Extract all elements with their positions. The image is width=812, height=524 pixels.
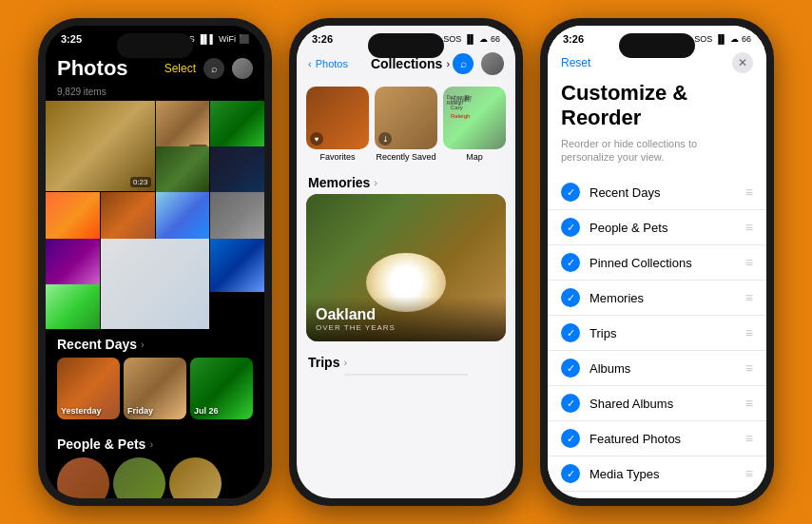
memory-subtitle: OVER THE YEARS <box>316 323 496 332</box>
phone-2-screen: 3:26 SOS ▐▌ ☁ 66 ‹ Photos Collections › … <box>297 26 515 498</box>
list-item-recent-days[interactable]: ✓ Recent Days ≡ <box>548 175 766 210</box>
photo-cell[interactable] <box>210 239 264 293</box>
yesterday-thumb[interactable]: Yesterday <box>57 358 120 419</box>
phone-1: 3:25 SOS ▐▌▌ WiFi ⬛ Photos Select ⌕ 9,82… <box>38 18 272 506</box>
phone-1-screen: 3:25 SOS ▐▌▌ WiFi ⬛ Photos Select ⌕ 9,82… <box>46 26 264 498</box>
drag-handle-albums[interactable]: ≡ <box>745 360 753 376</box>
avatar-1[interactable] <box>232 58 253 79</box>
search-icon-1[interactable]: ⌕ <box>203 58 224 79</box>
drag-handle-pinned[interactable]: ≡ <box>745 255 753 270</box>
check-recent-days: ✓ <box>561 183 580 202</box>
jul26-thumb[interactable]: Jul 26 <box>190 358 253 419</box>
check-featured: ✓ <box>561 429 580 448</box>
favorites-thumb: ♥ <box>306 87 369 149</box>
people-pets-chevron: › <box>149 438 153 450</box>
p2-nav: ‹ Photos Collections › <box>308 56 450 71</box>
memory-overlay: Oakland OVER THE YEARS <box>306 297 506 341</box>
sos-icon-2: SOS <box>443 34 461 44</box>
memory-location: Oakland <box>316 306 496 323</box>
favorites-label: Favorites <box>319 152 355 162</box>
dynamic-island-3 <box>619 33 695 58</box>
list-item-trips[interactable]: ✓ Trips ≡ <box>548 316 766 351</box>
memories-chevron: › <box>374 177 377 188</box>
status-icons-2: SOS ▐▌ ☁ 66 <box>443 34 500 44</box>
collections-grid: ♥ Favorites ⤓ Recently Saved Durham Cary… <box>297 81 515 171</box>
phone-3-screen: 3:26 SOS ▐▌ ☁ 66 Reset ✕ Customize &Reor… <box>548 26 766 498</box>
avatar-2[interactable] <box>481 52 504 75</box>
trips-label: Trips <box>308 355 339 370</box>
signal-icon-2: ▐▌ <box>464 34 476 44</box>
list-item-featured[interactable]: ✓ Featured Photos ≡ <box>548 421 766 456</box>
list-item-shared-albums[interactable]: ✓ Shared Albums ≡ <box>548 386 766 421</box>
check-albums: ✓ <box>561 359 580 378</box>
reset-button[interactable]: Reset <box>561 56 590 69</box>
phone-2: 3:26 SOS ▐▌ ☁ 66 ‹ Photos Collections › … <box>289 18 523 506</box>
collections-chevron: › <box>446 58 450 69</box>
photos-title-1: Photos <box>57 56 128 81</box>
wifi-icon-1: WiFi <box>219 34 236 44</box>
person-thumb[interactable] <box>169 457 222 498</box>
photo-cell[interactable] <box>101 239 210 329</box>
search-icon-2[interactable]: ⌕ <box>453 53 474 74</box>
list-item-people-pets[interactable]: ✓ People & Pets ≡ <box>548 210 766 245</box>
signal-icon-1: ▐▌▌ <box>198 34 216 44</box>
label-recent-days: Recent Days <box>590 185 736 200</box>
person-thumb[interactable] <box>57 457 109 498</box>
wifi-icon-3: ☁ <box>730 34 739 44</box>
list-item-utilities[interactable]: ✓ Utilities ≡ <box>548 492 766 498</box>
recently-saved-collection[interactable]: ⤓ Recently Saved <box>375 87 437 162</box>
recent-days-chevron: › <box>141 339 145 350</box>
customize-subtitle: Reorder or hide collections to personali… <box>548 137 766 176</box>
label-memories: Memories <box>590 291 736 305</box>
label-people-pets: People & Pets <box>590 221 736 235</box>
recent-thumbnails: Yesterday Friday Jul 26 <box>46 358 264 427</box>
trips-section: Trips › <box>297 349 515 374</box>
recently-saved-thumb: ⤓ <box>375 87 437 149</box>
list-item-pinned[interactable]: ✓ Pinned Collections ≡ <box>548 245 766 281</box>
phone-3: 3:26 SOS ▐▌ ☁ 66 Reset ✕ Customize &Reor… <box>540 18 774 506</box>
memory-card[interactable]: Oakland OVER THE YEARS <box>306 194 506 341</box>
photo-grid: 0:23 0:51 <box>46 101 264 329</box>
heart-icon: ♥ <box>310 132 323 146</box>
back-arrow-icon[interactable]: ‹ <box>308 58 312 69</box>
collections-title: Collections <box>371 56 442 71</box>
status-time-3: 3:26 <box>563 33 584 45</box>
drag-handle-recent-days[interactable]: ≡ <box>745 184 753 200</box>
list-item-media-types[interactable]: ✓ Media Types ≡ <box>548 456 766 492</box>
check-trips: ✓ <box>561 323 580 342</box>
photo-cell[interactable] <box>46 284 100 329</box>
customize-title: Customize &Reorder <box>548 81 766 137</box>
dynamic-island-1 <box>117 33 193 58</box>
memories-label: Memories <box>308 175 370 190</box>
people-thumbnails <box>46 457 264 498</box>
photo-cell-large[interactable]: 0:23 <box>46 101 155 191</box>
status-icons-3: SOS ▐▌ ☁ 66 <box>694 34 751 44</box>
drag-handle-media-types[interactable]: ≡ <box>745 466 753 481</box>
people-pets-section: People & Pets › <box>46 427 264 457</box>
p1-title: Photos <box>57 56 128 81</box>
drag-handle-trips[interactable]: ≡ <box>745 325 753 340</box>
back-label[interactable]: Photos <box>316 58 348 69</box>
drag-handle-shared-albums[interactable]: ≡ <box>745 396 753 411</box>
drag-handle-memories[interactable]: ≡ <box>745 290 753 305</box>
trips-chevron: › <box>343 357 347 368</box>
wifi-icon-2: ☁ <box>479 34 488 44</box>
friday-thumb[interactable]: Friday <box>124 358 186 419</box>
drag-handle-featured[interactable]: ≡ <box>745 431 753 446</box>
list-item-memories[interactable]: ✓ Memories ≡ <box>548 281 766 316</box>
dynamic-island-2 <box>368 33 444 58</box>
drag-handle-people-pets[interactable]: ≡ <box>745 220 753 235</box>
map-label: Map <box>466 152 483 162</box>
person-thumb[interactable] <box>113 457 165 498</box>
map-collection[interactable]: Durham Cary Raleigh Map <box>443 87 506 162</box>
favorites-collection[interactable]: ♥ Favorites <box>306 87 369 162</box>
check-media-types: ✓ <box>561 464 580 483</box>
close-button[interactable]: ✕ <box>732 52 753 73</box>
select-button[interactable]: Select <box>164 62 196 75</box>
check-pinned: ✓ <box>561 253 580 272</box>
label-shared-albums: Shared Albums <box>590 397 736 411</box>
sos-icon-3: SOS <box>694 34 712 44</box>
save-icon: ⤓ <box>378 132 392 146</box>
battery-text-2: 66 <box>491 34 500 44</box>
list-item-albums[interactable]: ✓ Albums ≡ <box>548 351 766 386</box>
